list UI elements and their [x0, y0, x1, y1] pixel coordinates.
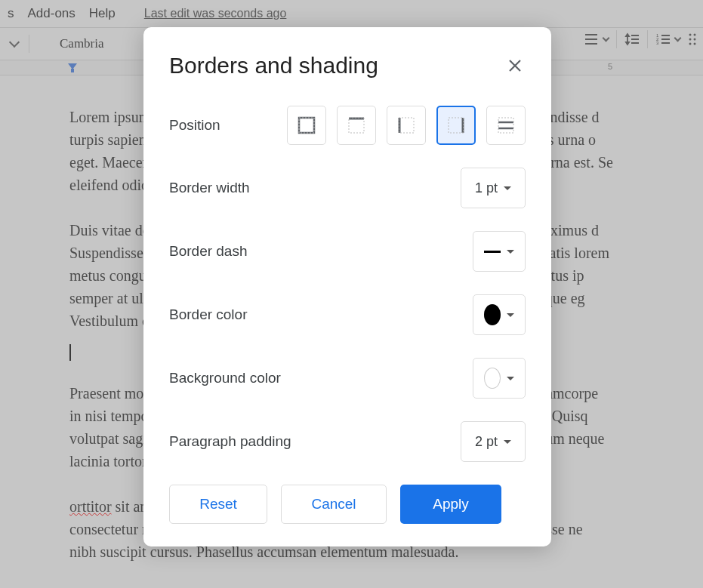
svg-point-4 — [694, 34, 696, 36]
svg-rect-10 — [299, 118, 314, 133]
menu-item-help[interactable]: Help — [89, 6, 116, 21]
svg-point-6 — [694, 38, 696, 41]
cancel-button[interactable]: Cancel — [281, 485, 387, 524]
font-name-label: Cambria — [60, 36, 104, 51]
ruler-number: 5 — [608, 62, 612, 71]
borders-shading-dialog: Borders and shading Position Border — [143, 27, 551, 546]
paragraph-padding-label: Paragraph padding — [169, 433, 291, 450]
list-button[interactable]: 123 — [655, 32, 680, 47]
chevron-down-icon — [504, 440, 511, 444]
position-left-border[interactable] — [387, 106, 426, 145]
close-icon — [507, 58, 523, 73]
svg-rect-15 — [399, 118, 414, 133]
border-width-select[interactable]: 1 pt — [461, 168, 526, 208]
dialog-title: Borders and shading — [169, 53, 378, 79]
chevron-down-icon — [504, 186, 511, 190]
font-family-select[interactable]: Cambria — [40, 36, 157, 51]
position-top-border[interactable] — [337, 106, 376, 145]
position-right-border[interactable] — [436, 106, 476, 145]
color-swatch-black — [484, 304, 501, 325]
svg-rect-9 — [71, 69, 74, 72]
border-color-label: Border color — [169, 306, 248, 323]
svg-point-5 — [689, 38, 692, 41]
paragraph-padding-select[interactable]: 2 pt — [461, 421, 526, 462]
menu-item[interactable]: s — [8, 6, 14, 21]
svg-rect-11 — [299, 118, 314, 133]
border-left-icon — [396, 115, 416, 135]
line-spacing-icon — [624, 32, 640, 47]
svg-rect-13 — [349, 118, 364, 133]
chevron-down-icon — [507, 377, 514, 380]
reset-button[interactable]: Reset — [169, 485, 267, 524]
indent-marker[interactable] — [66, 62, 79, 74]
spacing-tool-button[interactable] — [624, 32, 640, 47]
align-icon — [584, 32, 599, 47]
border-dash-select[interactable] — [473, 231, 526, 272]
paragraph-padding-value: 2 pt — [475, 434, 498, 450]
more-tools-button[interactable] — [688, 32, 698, 47]
svg-point-7 — [689, 43, 692, 45]
chevron-down-icon[interactable] — [9, 37, 20, 48]
svg-rect-20 — [498, 118, 513, 133]
menubar: s Add-ons Help Last edit was seconds ago — [0, 0, 703, 27]
text-cursor — [69, 344, 71, 361]
color-swatch-none — [484, 368, 501, 389]
border-color-select[interactable] — [473, 294, 526, 335]
chevron-down-icon — [603, 35, 610, 42]
grid-icon — [688, 32, 698, 47]
svg-point-3 — [689, 34, 692, 36]
background-color-label: Background color — [169, 370, 281, 386]
border-all-icon — [297, 115, 316, 135]
chevron-down-icon — [674, 35, 682, 42]
spell-error[interactable]: orttitor — [69, 498, 112, 515]
menu-item-addons[interactable]: Add-ons — [28, 6, 76, 21]
close-button[interactable] — [504, 55, 526, 76]
last-edit-status[interactable]: Last edit was seconds ago — [144, 7, 287, 20]
border-width-value: 1 pt — [475, 180, 498, 196]
position-between-border[interactable] — [486, 106, 526, 145]
chevron-down-icon — [507, 313, 514, 317]
chevron-down-icon — [507, 250, 514, 254]
border-dash-label: Border dash — [169, 243, 248, 260]
svg-text:3: 3 — [656, 41, 659, 45]
svg-point-8 — [694, 43, 696, 45]
position-all-borders[interactable] — [287, 106, 326, 145]
apply-button[interactable]: Apply — [400, 485, 501, 524]
position-group — [287, 106, 526, 145]
border-right-icon — [446, 115, 466, 135]
svg-rect-17 — [449, 118, 464, 133]
border-top-icon — [347, 115, 366, 135]
border-between-icon — [496, 115, 516, 135]
line-spacing-button[interactable] — [584, 32, 609, 47]
numbered-list-icon: 123 — [655, 32, 671, 47]
position-label: Position — [169, 117, 220, 134]
solid-line-icon — [484, 251, 501, 253]
border-width-label: Border width — [169, 180, 250, 196]
background-color-select[interactable] — [473, 358, 526, 399]
